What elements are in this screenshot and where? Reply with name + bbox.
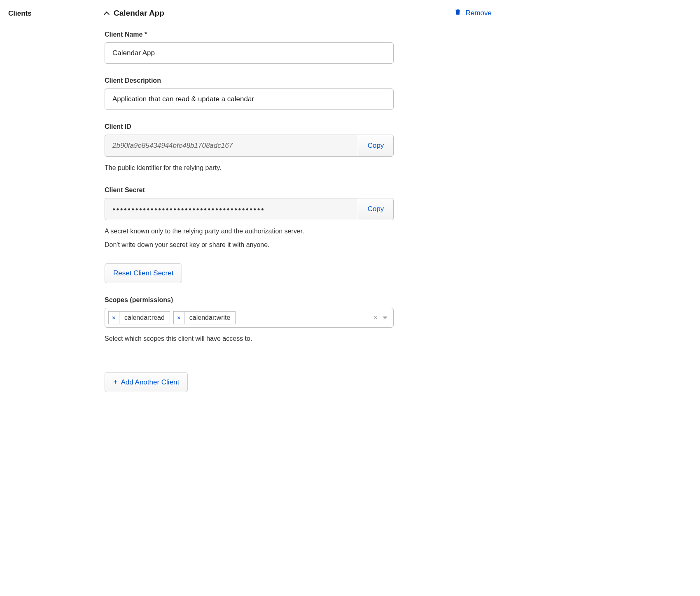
reset-secret-group: Reset Client Secret (105, 263, 394, 283)
sidebar-clients-label: Clients (8, 9, 95, 18)
client-id-row: 2b90fa9e85434944bfe48b1708adc167 Copy (105, 135, 394, 157)
sidebar: Clients (8, 8, 95, 392)
remove-scope-icon[interactable]: × (174, 312, 184, 324)
client-id-label: Client ID (105, 123, 394, 130)
client-id-group: Client ID 2b90fa9e85434944bfe48b1708adc1… (105, 123, 394, 173)
collapse-toggle[interactable]: Calendar App (105, 9, 164, 18)
client-secret-value: ●●●●●●●●●●●●●●●●●●●●●●●●●●●●●●●●●●●●●●●● (105, 198, 358, 220)
plus-icon: + (113, 378, 118, 386)
client-secret-label: Client Secret (105, 186, 394, 194)
client-secret-group: Client Secret ●●●●●●●●●●●●●●●●●●●●●●●●●●… (105, 186, 394, 250)
client-description-input[interactable] (105, 88, 394, 110)
copy-client-id-button[interactable]: Copy (358, 135, 393, 156)
divider (105, 357, 492, 357)
scopes-controls: × (373, 313, 390, 322)
add-another-client-label: Add Another Client (121, 378, 180, 386)
scopes-help: Select which scopes this client will hav… (105, 333, 394, 344)
scopes-select[interactable]: × calendar:read × calendar:write × (105, 308, 394, 328)
client-name-input[interactable] (105, 42, 394, 64)
scope-tag: × calendar:read (108, 311, 170, 324)
add-another-client-button[interactable]: + Add Another Client (105, 372, 188, 392)
trash-icon (454, 8, 462, 18)
chevron-up-icon (105, 11, 110, 16)
remove-label: Remove (466, 9, 492, 17)
remove-button[interactable]: Remove (454, 8, 492, 18)
section-header: Calendar App Remove (105, 8, 492, 18)
client-description-label: Client Description (105, 77, 394, 84)
scopes-tags: × calendar:read × calendar:write (108, 311, 370, 324)
scopes-group: Scopes (permissions) × calendar:read × c… (105, 296, 394, 344)
copy-client-secret-button[interactable]: Copy (358, 198, 393, 220)
scopes-label: Scopes (permissions) (105, 296, 394, 304)
scope-tag-label: calendar:read (119, 312, 170, 324)
section-title: Calendar App (114, 9, 164, 18)
client-description-group: Client Description (105, 77, 394, 110)
client-name-group: Client Name * (105, 31, 394, 64)
scope-tag: × calendar:write (173, 311, 236, 324)
scope-tag-label: calendar:write (184, 312, 236, 324)
client-id-value: 2b90fa9e85434944bfe48b1708adc167 (105, 135, 358, 156)
remove-scope-icon[interactable]: × (109, 312, 119, 324)
main-content: Calendar App Remove Client Name * Client… (105, 8, 492, 392)
client-secret-row: ●●●●●●●●●●●●●●●●●●●●●●●●●●●●●●●●●●●●●●●●… (105, 198, 394, 220)
client-secret-help-2: Don't write down your secret key or shar… (105, 240, 394, 250)
client-secret-help-1: A secret known only to the relying party… (105, 226, 394, 237)
client-name-label: Client Name * (105, 31, 394, 38)
caret-down-icon[interactable] (383, 317, 387, 319)
client-id-help: The public identifier for the relying pa… (105, 163, 394, 173)
clear-scopes-icon[interactable]: × (373, 313, 378, 322)
reset-client-secret-button[interactable]: Reset Client Secret (105, 263, 182, 283)
